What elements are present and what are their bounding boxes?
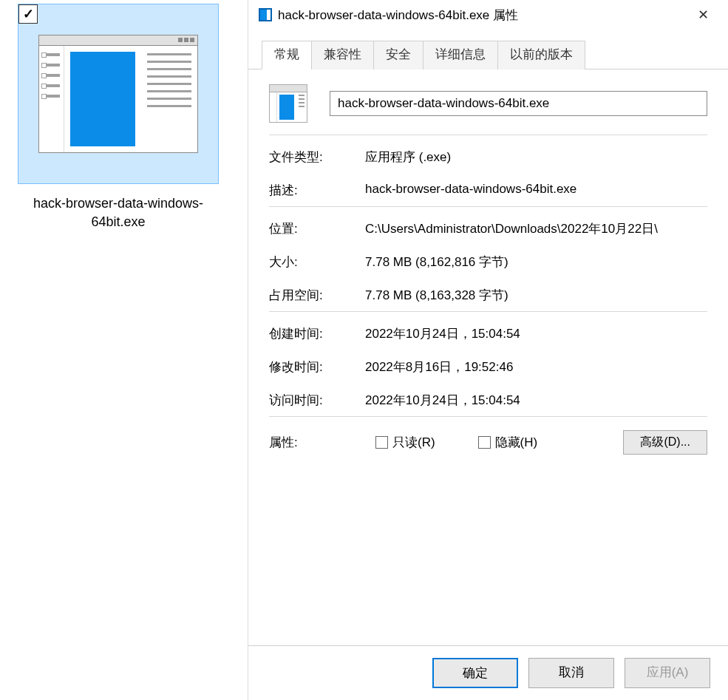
file-item[interactable]: ✓ hack-browser-data-windows-64bit.exe: [11, 4, 225, 231]
explorer-pane: ✓ hack-browser-data-windows-64bit.exe: [0, 0, 248, 700]
filename-input[interactable]: [330, 91, 707, 116]
value-created: 2022年10月24日，15:04:54: [365, 325, 707, 342]
app-icon: [259, 8, 272, 21]
file-type-icon: [269, 84, 307, 123]
tab-general[interactable]: 常规: [262, 41, 312, 69]
dialog-titlebar[interactable]: hack-browser-data-windows-64bit.exe 属性 ✕: [248, 0, 728, 30]
properties-dialog: hack-browser-data-windows-64bit.exe 属性 ✕…: [248, 0, 728, 700]
label-created: 创建时间:: [269, 325, 365, 342]
hidden-checkbox[interactable]: 隐藏(H): [478, 434, 538, 451]
label-filetype: 文件类型:: [269, 149, 365, 166]
file-name-label: hack-browser-data-windows-64bit.exe: [11, 194, 225, 231]
tab-security[interactable]: 安全: [373, 41, 423, 69]
readonly-checkbox[interactable]: 只读(R): [375, 434, 435, 451]
dialog-footer: 确定 取消 应用(A): [248, 645, 728, 700]
apply-button[interactable]: 应用(A): [625, 658, 710, 688]
label-accessed: 访问时间:: [269, 392, 365, 409]
value-size: 7.78 MB (8,162,816 字节): [365, 254, 707, 271]
label-location: 位置:: [269, 220, 365, 237]
file-thumbnail-selected: ✓: [18, 4, 219, 184]
dialog-title: hack-browser-data-windows-64bit.exe 属性: [278, 7, 518, 24]
advanced-button[interactable]: 高级(D)...: [623, 430, 707, 455]
cancel-button[interactable]: 取消: [528, 658, 614, 688]
value-description: hack-browser-data-windows-64bit.exe: [365, 182, 707, 199]
readonly-label: 只读(R): [392, 434, 435, 451]
hidden-label: 隐藏(H): [495, 434, 538, 451]
app-window-icon: [38, 35, 198, 153]
tab-strip: 常规 兼容性 安全 详细信息 以前的版本: [248, 40, 728, 69]
value-modified: 2022年8月16日，19:52:46: [365, 359, 707, 376]
value-size-on-disk: 7.78 MB (8,163,328 字节): [365, 287, 707, 304]
tab-details[interactable]: 详细信息: [423, 41, 498, 69]
label-size: 大小:: [269, 254, 365, 271]
value-filetype: 应用程序 (.exe): [365, 149, 707, 166]
selection-check-icon: ✓: [18, 4, 38, 24]
label-description: 描述:: [269, 182, 365, 199]
checkbox-icon: [478, 436, 491, 449]
ok-button[interactable]: 确定: [432, 658, 518, 688]
value-accessed: 2022年10月24日，15:04:54: [365, 392, 707, 409]
close-button[interactable]: ✕: [688, 7, 718, 23]
tab-previous-versions[interactable]: 以前的版本: [497, 41, 585, 69]
label-attributes: 属性:: [269, 434, 365, 451]
value-location: C:\Users\Administrator\Downloads\2022年10…: [365, 220, 707, 237]
checkbox-icon: [375, 436, 388, 449]
tab-compatibility[interactable]: 兼容性: [311, 41, 374, 69]
label-modified: 修改时间:: [269, 359, 365, 376]
label-size-on-disk: 占用空间:: [269, 287, 365, 304]
